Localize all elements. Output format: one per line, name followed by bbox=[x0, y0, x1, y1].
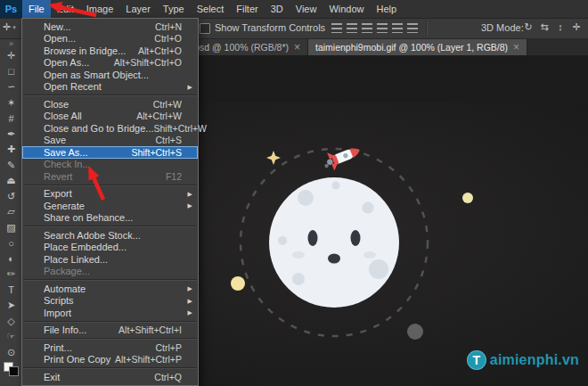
menu-item-label: Import bbox=[44, 308, 71, 318]
menu-item-shortcut: F12 bbox=[166, 171, 182, 182]
file-menu-item-save-as[interactable]: Save As...Shift+Ctrl+S bbox=[22, 146, 198, 159]
blur-tool-icon[interactable]: ○ bbox=[0, 235, 22, 251]
collapse-toolbar-icon[interactable]: » bbox=[9, 40, 13, 48]
menubar-item-layer[interactable]: Layer bbox=[119, 0, 157, 18]
align-right-edges-icon[interactable] bbox=[407, 23, 418, 33]
menu-item-label: Browse in Bridge... bbox=[44, 45, 126, 56]
menu-item-label: File Info... bbox=[44, 324, 86, 335]
move-tool-icon: ✛ bbox=[3, 21, 11, 33]
file-menu-item-automate[interactable]: Automate▶ bbox=[22, 283, 198, 295]
dodge-tool-icon[interactable]: ◐ bbox=[0, 251, 22, 267]
submenu-arrow-icon: ▶ bbox=[188, 202, 192, 209]
menubar: Ps FileEditImageLayerTypeSelectFilter3DV… bbox=[0, 0, 588, 19]
menubar-item-image[interactable]: Image bbox=[80, 0, 120, 18]
align-bottom-edges-icon[interactable] bbox=[362, 23, 372, 33]
eyedropper-tool-icon[interactable]: ✒ bbox=[0, 127, 22, 143]
lasso-tool-icon[interactable]: ∽ bbox=[0, 79, 22, 95]
menu-item-shortcut: Ctrl+Q bbox=[154, 372, 182, 382]
taimienphi-logo-icon: T bbox=[467, 350, 486, 370]
rocket-icon bbox=[321, 141, 363, 174]
type-tool-icon[interactable]: T bbox=[0, 283, 22, 299]
menu-item-label: Close All bbox=[44, 111, 82, 121]
file-menu-item-generate[interactable]: Generate▶ bbox=[22, 200, 198, 212]
file-menu-item-import[interactable]: Import▶ bbox=[22, 307, 198, 319]
align-left-edges-icon[interactable] bbox=[377, 23, 388, 33]
file-menu-item-file-info[interactable]: File Info...Alt+Shift+Ctrl+I bbox=[22, 324, 198, 337]
menubar-item-filter[interactable]: Filter bbox=[230, 0, 264, 18]
file-menu-item-package[interactable]: Package... bbox=[22, 266, 198, 278]
show-transform-checkbox[interactable] bbox=[200, 23, 210, 34]
align-vertical-centers-icon[interactable] bbox=[347, 23, 357, 33]
path-selection-tool-icon[interactable]: ➤ bbox=[0, 298, 22, 314]
menu-item-label: Open... bbox=[44, 33, 76, 44]
file-menu-item-open-as-smart-object[interactable]: Open as Smart Object... bbox=[22, 69, 198, 81]
file-menu-item-print[interactable]: Print...Ctrl+P bbox=[22, 341, 198, 354]
menubar-item-select[interactable]: Select bbox=[191, 0, 231, 18]
menubar-item-window[interactable]: Window bbox=[323, 0, 370, 18]
rectangular-marquee-tool-icon[interactable]: □ bbox=[0, 64, 22, 80]
file-menu-item-open[interactable]: Open...Ctrl+O bbox=[22, 33, 198, 45]
shape-tool-icon[interactable]: ◇ bbox=[0, 314, 22, 330]
file-menu-item-open-recent[interactable]: Open Recent▶ bbox=[22, 81, 198, 94]
pen-tool-icon[interactable]: ✏ bbox=[0, 267, 22, 283]
spot-healing-brush-tool-icon[interactable]: ✚ bbox=[0, 142, 22, 158]
gradient-tool-icon[interactable]: ▨ bbox=[0, 220, 22, 236]
menu-item-label: Open Recent bbox=[44, 81, 102, 92]
3d-drag-icon[interactable]: ↕ bbox=[555, 21, 566, 33]
file-menu-item-check-in[interactable]: Check In... bbox=[22, 159, 198, 171]
file-menu-item-browse-in-bridge[interactable]: Browse in Bridge...Alt+Ctrl+O bbox=[22, 45, 198, 57]
file-menu-item-share-on-behance[interactable]: Share on Behance... bbox=[22, 212, 198, 225]
tab-close-icon[interactable]: × bbox=[513, 43, 519, 52]
color-swatches[interactable] bbox=[4, 362, 19, 376]
file-menu-item-close-and-go-to-bridge[interactable]: Close and Go to Bridge...Shift+Ctrl+W bbox=[22, 122, 198, 135]
zoom-tool-icon[interactable]: ⊙ bbox=[0, 345, 22, 361]
file-menu-item-new[interactable]: New...Ctrl+N bbox=[22, 21, 198, 33]
file-menu-items: New...Ctrl+NOpen...Ctrl+OBrowse in Bridg… bbox=[22, 21, 198, 383]
crop-tool-icon[interactable]: # bbox=[0, 111, 22, 127]
file-menu-item-open-as[interactable]: Open As...Alt+Shift+Ctrl+O bbox=[22, 57, 198, 70]
photoshop-logo: Ps bbox=[0, 0, 22, 18]
brush-tool-icon[interactable]: ✎ bbox=[0, 158, 22, 174]
3d-rotate-icon[interactable]: ↻ bbox=[523, 21, 534, 33]
menubar-item-3d[interactable]: 3D bbox=[265, 0, 290, 18]
file-menu-item-exit[interactable]: ExitCtrl+Q bbox=[22, 371, 198, 383]
tool-preset-dropdown[interactable]: ✛ ▾ bbox=[3, 21, 16, 33]
background-color-swatch[interactable] bbox=[9, 366, 19, 376]
file-menu-item-save[interactable]: SaveCtrl+S bbox=[22, 135, 198, 147]
file-menu-item-close-all[interactable]: Close AllAlt+Ctrl+W bbox=[22, 111, 198, 123]
quick-selection-tool-icon[interactable]: ✶ bbox=[0, 95, 22, 111]
menu-item-label: Scripts bbox=[44, 295, 74, 306]
file-menu-item-close[interactable]: CloseCtrl+W bbox=[22, 98, 198, 111]
document-tab[interactable]: taimienphi9mobi.gif @ 100% (Layer 1, RGB… bbox=[308, 39, 527, 55]
menubar-item-edit[interactable]: Edit bbox=[51, 0, 80, 18]
menubar-item-view[interactable]: View bbox=[290, 0, 323, 18]
menu-item-label: Revert bbox=[44, 171, 72, 182]
menubar-item-help[interactable]: Help bbox=[371, 0, 404, 18]
file-menu-item-export[interactable]: Export▶ bbox=[22, 188, 198, 201]
file-menu-item-scripts[interactable]: Scripts▶ bbox=[22, 295, 198, 308]
gray-planet bbox=[407, 324, 423, 340]
submenu-arrow-icon: ▶ bbox=[188, 309, 192, 316]
file-menu-item-search-adobe-stock[interactable]: Search Adobe Stock... bbox=[22, 229, 198, 242]
move-tool-icon[interactable]: ✛ bbox=[0, 48, 22, 64]
3d-slide-icon[interactable]: ✛ bbox=[571, 21, 582, 33]
align-horizontal-centers-icon[interactable] bbox=[392, 23, 403, 33]
file-menu-item-print-one-copy[interactable]: Print One CopyAlt+Shift+Ctrl+P bbox=[22, 354, 198, 366]
align-top-edges-icon[interactable] bbox=[331, 23, 342, 33]
menu-item-label: Close bbox=[44, 99, 69, 110]
file-menu-item-place-embedded[interactable]: Place Embedded... bbox=[22, 242, 198, 254]
menu-item-label: Print... bbox=[44, 342, 72, 353]
menubar-items: FileEditImageLayerTypeSelectFilter3DView… bbox=[22, 0, 403, 18]
history-brush-tool-icon[interactable]: ↺ bbox=[0, 189, 22, 205]
3d-roll-icon[interactable]: ⇆ bbox=[539, 21, 550, 33]
hand-tool-icon[interactable]: ☞ bbox=[0, 329, 22, 345]
eraser-tool-icon[interactable]: ▱ bbox=[0, 204, 22, 220]
file-menu-item-revert[interactable]: RevertF12 bbox=[22, 170, 198, 183]
menubar-item-type[interactable]: Type bbox=[157, 0, 191, 18]
submenu-arrow-icon: ▶ bbox=[188, 285, 192, 292]
file-menu-item-place-linked[interactable]: Place Linked... bbox=[22, 253, 198, 266]
clone-stamp-tool-icon[interactable]: ⏏ bbox=[0, 173, 22, 189]
tab-close-icon[interactable]: × bbox=[294, 43, 300, 52]
menubar-item-file[interactable]: File bbox=[22, 0, 51, 18]
small-yellow-planet bbox=[462, 193, 473, 203]
